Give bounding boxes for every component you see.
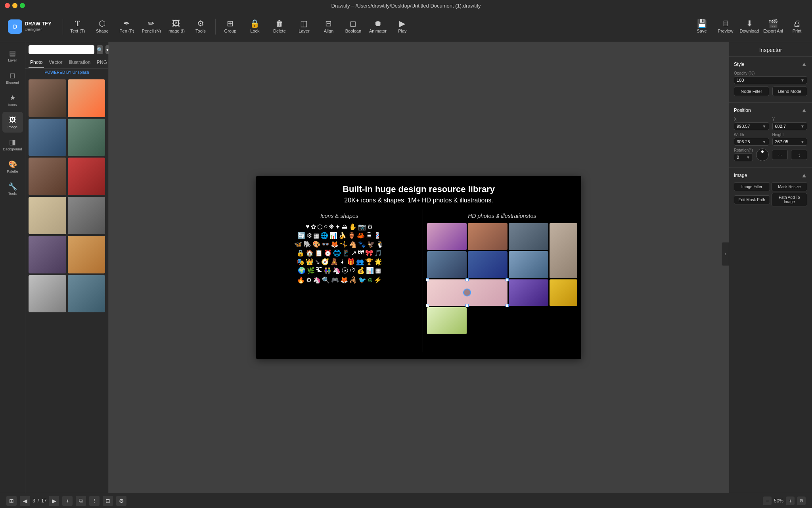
photo-cell[interactable]: [550, 223, 577, 278]
list-item[interactable]: [68, 119, 105, 156]
list-item[interactable]: [29, 236, 66, 273]
rotation-wheel[interactable]: [756, 148, 769, 161]
photo-cell-selected[interactable]: [427, 279, 508, 306]
grid-view-button[interactable]: ⊞: [6, 496, 17, 506]
list-item[interactable]: [29, 158, 66, 195]
tab-illustration[interactable]: Illustration: [67, 57, 92, 68]
photo-cell[interactable]: [468, 223, 508, 250]
y-input[interactable]: ▼: [772, 122, 808, 130]
height-value[interactable]: [775, 139, 796, 144]
lock-action[interactable]: 🔒 Lock: [243, 13, 266, 40]
list-item[interactable]: [29, 275, 66, 313]
sidebar-item-element[interactable]: ◻ Element: [2, 67, 23, 88]
zoom-out-button[interactable]: −: [763, 496, 772, 505]
zoom-fit-button[interactable]: ⊡: [797, 496, 806, 505]
list-item[interactable]: [68, 197, 105, 235]
duplicate-page-button[interactable]: ⧉: [76, 496, 86, 506]
opacity-arrow: ▼: [801, 78, 804, 83]
search-input[interactable]: [29, 45, 94, 54]
page-next-button[interactable]: ▶: [49, 496, 59, 506]
photo-cell[interactable]: [509, 279, 548, 306]
sidebar-item-layer[interactable]: ▤ Layer: [2, 45, 23, 66]
page-layout-button[interactable]: ⊟: [103, 496, 113, 506]
shape-tool[interactable]: ⬡ Shape: [91, 13, 114, 40]
page-options-button[interactable]: ⋮: [89, 496, 100, 506]
height-input[interactable]: ▼: [772, 138, 808, 146]
boolean-action[interactable]: ◻ Boolean: [342, 13, 365, 40]
rotation-input[interactable]: ▼: [734, 153, 753, 161]
page-prev-button[interactable]: ◀: [20, 496, 30, 506]
flip-v-button[interactable]: ↕: [791, 150, 807, 160]
path-add-to-image-button[interactable]: Path Add To Image: [772, 193, 808, 206]
add-page-button[interactable]: +: [62, 496, 73, 506]
width-value[interactable]: [737, 139, 757, 144]
mask-resize-button[interactable]: Mask Resize: [772, 182, 808, 191]
layer-action[interactable]: ◫ Layer: [293, 13, 316, 40]
search-button[interactable]: 🔍: [97, 45, 103, 54]
list-item[interactable]: [68, 236, 105, 273]
group-action[interactable]: ⊞ Group: [219, 13, 242, 40]
close-button[interactable]: [5, 3, 10, 8]
sidebar-item-background[interactable]: ◨ Background: [2, 134, 23, 155]
tab-photo[interactable]: Photo: [29, 57, 44, 68]
photo-cell[interactable]: [468, 251, 508, 278]
list-item[interactable]: [68, 275, 105, 313]
tab-png[interactable]: PNG: [95, 57, 109, 68]
list-item[interactable]: [29, 197, 66, 235]
toolbar-right: 💾 Save 🖥 Preview ⬇ Download 🎬 Export Ani…: [691, 13, 807, 40]
y-value[interactable]: [775, 124, 796, 129]
list-item[interactable]: [29, 119, 66, 156]
sidebar-item-tools[interactable]: 🔧 Tools: [2, 179, 23, 199]
photo-cell[interactable]: [509, 251, 548, 278]
align-action[interactable]: ⊟ Align: [317, 13, 340, 40]
sidebar-item-icons[interactable]: ★ Icons: [2, 90, 23, 110]
delete-action[interactable]: 🗑 Delete: [268, 13, 291, 40]
opacity-value[interactable]: [737, 78, 784, 83]
inspector-collapse-handle[interactable]: ‹: [722, 242, 729, 266]
print-button[interactable]: 🖨 Print: [787, 13, 807, 40]
blend-mode-button[interactable]: Blend Mode: [772, 87, 808, 96]
image-collapse-icon[interactable]: ▲: [801, 172, 807, 179]
photo-cell[interactable]: [427, 307, 467, 334]
opacity-input[interactable]: ▼: [734, 76, 807, 84]
image-tool[interactable]: 🖼 Image (I): [165, 13, 188, 40]
minimize-button[interactable]: [12, 3, 17, 8]
flip-h-button[interactable]: ↔: [772, 150, 788, 160]
pen-tool[interactable]: ✒ Pen (P): [115, 13, 138, 40]
photo-cell[interactable]: [427, 223, 467, 250]
window-controls[interactable]: [5, 3, 25, 8]
download-button[interactable]: ⬇ Download: [739, 13, 760, 40]
node-filter-button[interactable]: Node Filter: [734, 87, 769, 96]
rotation-value[interactable]: [737, 155, 746, 160]
photo-cell[interactable]: [509, 223, 548, 250]
export-ani-button[interactable]: 🎬 Export Ani: [763, 13, 783, 40]
image-filter-button[interactable]: Image Filter: [734, 182, 770, 191]
tab-vector[interactable]: Vector: [47, 57, 64, 68]
x-input[interactable]: ▼: [734, 122, 769, 130]
canvas[interactable]: Built-in huge design resource library 20…: [256, 176, 581, 359]
tools-tool[interactable]: ⚙ Tools: [189, 13, 212, 40]
sidebar-item-palette[interactable]: 🎨 Palette: [2, 156, 23, 177]
list-item[interactable]: [68, 158, 105, 195]
sidebar-item-image[interactable]: 🖼 Image: [2, 112, 23, 133]
play-action[interactable]: ▶ Play: [391, 13, 414, 40]
list-item[interactable]: [29, 79, 66, 117]
unsplash-link[interactable]: Unsplash: [73, 70, 89, 75]
save-button[interactable]: 💾 Save: [691, 13, 712, 40]
position-collapse-icon[interactable]: ▲: [801, 107, 807, 114]
style-collapse-icon[interactable]: ▲: [801, 61, 807, 68]
animator-action[interactable]: ⏺ Animator: [366, 13, 389, 40]
photo-cell[interactable]: [550, 279, 577, 306]
preview-button[interactable]: 🖥 Preview: [715, 13, 736, 40]
photo-cell[interactable]: [427, 251, 467, 278]
maximize-button[interactable]: [20, 3, 25, 8]
text-tool[interactable]: 𝐓 Text (T): [66, 13, 89, 40]
edit-mask-path-button[interactable]: Edit Mask Path: [734, 195, 770, 204]
list-item[interactable]: [68, 79, 105, 117]
zoom-in-button[interactable]: +: [786, 496, 795, 505]
width-input[interactable]: ▼: [734, 138, 769, 146]
x-value[interactable]: [737, 124, 757, 129]
page-settings-button[interactable]: ⚙: [116, 496, 126, 506]
canvas-area[interactable]: Built-in huge design resource library 20…: [109, 42, 729, 493]
pencil-tool[interactable]: ✏ Pencil (N): [140, 13, 163, 40]
